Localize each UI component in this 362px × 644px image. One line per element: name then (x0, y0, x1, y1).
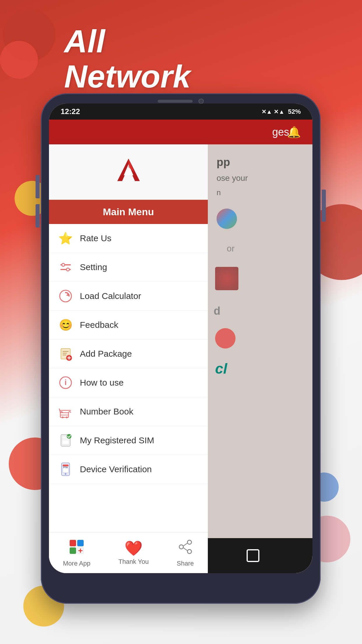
menu-label-number-book: Number Book (80, 407, 133, 416)
phone-frame: 12:22 ✕▲ ✕▲ 52% ges 🔔 pp ose your n (41, 93, 321, 604)
number-book-icon (58, 404, 73, 419)
menu-label-how-to-use: How to use (80, 378, 124, 388)
menu-item-how-to-use[interactable]: i How to use (49, 368, 208, 397)
load-calculator-icon (58, 288, 73, 304)
phone-notch (158, 99, 204, 104)
menu-item-number-book[interactable]: Number Book (49, 397, 208, 426)
share-icon (178, 539, 193, 557)
app-logo (113, 156, 145, 188)
status-bar: 12:22 ✕▲ ✕▲ 52% (49, 104, 312, 120)
svg-rect-31 (70, 547, 76, 554)
registered-sim-icon (58, 433, 73, 448)
front-camera (198, 99, 204, 104)
menu-label-add-package: Add Package (80, 349, 132, 359)
more-app-icon (69, 539, 84, 557)
drawer-items: ⭐ Rate Us (49, 224, 208, 532)
bottom-action-more-app[interactable]: More App (63, 539, 90, 567)
navigation-drawer: Main Menu ⭐ Rate Us (49, 144, 208, 573)
add-package-icon (58, 346, 73, 362)
phone-volume-up-button (36, 175, 40, 198)
share-label: Share (177, 560, 194, 567)
more-app-label: More App (63, 560, 90, 567)
svg-point-36 (179, 545, 183, 549)
menu-item-setting[interactable]: Setting (49, 253, 208, 282)
svg-point-17 (62, 416, 64, 418)
menu-item-feedback[interactable]: 😊 Feedback (49, 311, 208, 340)
menu-label-device-verification: Device Verification (80, 464, 152, 474)
rate-us-icon: ⭐ (58, 230, 73, 246)
svg-text:i: i (64, 378, 66, 387)
menu-label-feedback: Feedback (80, 320, 118, 330)
svg-line-38 (183, 543, 187, 546)
menu-label-rate-us: Rate Us (80, 233, 111, 243)
svg-point-18 (66, 416, 68, 418)
menu-label-load-calculator: Load Calculator (80, 291, 141, 301)
feedback-icon: 😊 (58, 317, 73, 333)
menu-label-registered-sim: My Registered SIM (80, 435, 154, 445)
app-bar-title-partial: ges (272, 126, 289, 138)
svg-point-4 (66, 268, 69, 271)
menu-label-setting: Setting (80, 262, 107, 272)
svg-line-39 (183, 548, 187, 551)
phone-screen: 12:22 ✕▲ ✕▲ 52% ges 🔔 pp ose your n (49, 104, 312, 573)
status-bar-right: ✕▲ ✕▲ 52% (261, 108, 301, 116)
svg-rect-29 (70, 540, 76, 546)
bottom-action-share[interactable]: Share (177, 539, 194, 567)
device-verification-icon: PTA (58, 461, 73, 477)
svg-text:PTA: PTA (63, 466, 68, 469)
phone-power-button (322, 190, 326, 222)
status-time: 12:22 (61, 107, 80, 116)
speaker-grille (158, 100, 193, 103)
menu-item-rate-us[interactable]: ⭐ Rate Us (49, 224, 208, 253)
phone-volume-down-button (36, 204, 40, 228)
menu-item-device-verification[interactable]: PTA Device Verification (49, 455, 208, 484)
how-to-use-icon: i (58, 375, 73, 391)
svg-point-27 (65, 473, 66, 475)
status-signal: ✕▲ ✕▲ (261, 108, 284, 115)
bg-decoration-circle-2 (0, 41, 38, 79)
menu-item-registered-sim[interactable]: My Registered SIM (49, 426, 208, 455)
nav-recents-button[interactable] (244, 547, 262, 564)
drawer-menu-label: Main Menu (49, 200, 208, 224)
app-bar: ges 🔔 (49, 120, 312, 144)
status-battery: 52% (288, 108, 301, 116)
menu-item-load-calculator[interactable]: Load Calculator (49, 282, 208, 311)
notification-icon[interactable]: 🔔 (287, 126, 301, 139)
phone-mockup: 12:22 ✕▲ ✕▲ 52% ges 🔔 pp ose your n (41, 93, 321, 604)
setting-icon (58, 259, 73, 275)
svg-rect-30 (77, 540, 84, 546)
drawer-bottom-actions: More App ❤️ Thank You (49, 532, 208, 573)
thank-you-icon: ❤️ (124, 541, 143, 556)
drawer-header (49, 144, 208, 200)
bottom-action-thank-you[interactable]: ❤️ Thank You (118, 541, 149, 566)
svg-rect-28 (63, 465, 68, 466)
thank-you-label: Thank You (118, 558, 149, 566)
svg-point-35 (187, 540, 191, 544)
menu-item-add-package[interactable]: Add Package (49, 340, 208, 368)
svg-point-2 (62, 263, 65, 266)
svg-point-37 (187, 550, 191, 554)
